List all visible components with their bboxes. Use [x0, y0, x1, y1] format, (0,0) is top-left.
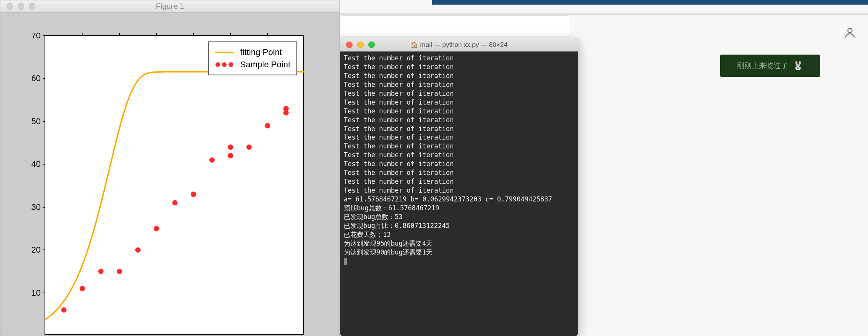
sample-point — [154, 226, 159, 231]
legend-line-swatch — [215, 52, 234, 53]
legend-row-fitting: fitting Point — [215, 46, 290, 58]
minimize-icon[interactable] — [357, 42, 364, 48]
chart-plot-area: fitting Point Sample Point 1020304050607… — [45, 35, 304, 335]
badge-text: 刚刚上来吃过了 — [737, 61, 788, 71]
close-icon[interactable] — [7, 3, 13, 10]
figure-traffic-lights — [0, 3, 35, 10]
sample-point — [80, 286, 85, 291]
sample-point — [265, 123, 270, 128]
sample-point — [117, 269, 122, 274]
terminal-traffic-lights — [340, 42, 375, 48]
maximize-icon[interactable] — [29, 3, 35, 10]
sample-point — [98, 269, 104, 274]
rabbit-icon: 🐰 — [793, 61, 803, 71]
sample-point — [191, 191, 196, 197]
fitting-curve — [45, 72, 305, 319]
figure-title: Figure 1 — [156, 2, 184, 11]
legend-label: fitting Point — [240, 47, 282, 57]
terminal-cursor — [344, 258, 347, 265]
legend-dots-swatch — [215, 62, 234, 67]
svg-point-0 — [848, 28, 852, 33]
y-tick-label: 20 — [31, 245, 41, 255]
y-tick-label: 50 — [31, 116, 41, 126]
chart-legend: fitting Point Sample Point — [208, 42, 297, 75]
sample-point — [246, 145, 252, 150]
terminal-window[interactable]: 🏠 mali — python xx.py — 80×24 Test the n… — [340, 38, 578, 336]
figure-window[interactable]: Figure 1 fitting Point Sample Point 1020… — [0, 0, 340, 336]
sample-point — [283, 106, 289, 111]
terminal-titlebar[interactable]: 🏠 mali — python xx.py — 80×24 — [340, 38, 578, 52]
sample-point — [135, 247, 141, 253]
y-tick-label: 70 — [31, 31, 41, 41]
y-tick-label: 40 — [31, 159, 41, 169]
legend-label: Sample Point — [240, 60, 290, 70]
bg-divider — [340, 13, 868, 15]
terminal-title-text: mali — python xx.py — 80×24 — [420, 41, 507, 49]
sample-point — [209, 157, 215, 163]
legend-row-sample: Sample Point — [215, 58, 290, 71]
sample-point — [172, 200, 178, 206]
notification-badge: 刚刚上来吃过了 🐰 — [720, 55, 820, 77]
home-icon: 🏠 — [411, 42, 418, 48]
y-tick-label: 60 — [31, 73, 41, 83]
sample-point — [228, 153, 233, 158]
terminal-body[interactable]: Test the number of iteration Test the nu… — [340, 52, 578, 268]
figure-canvas: fitting Point Sample Point 1020304050607… — [4, 16, 336, 332]
bg-top-accent — [432, 0, 868, 5]
terminal-title: 🏠 mali — python xx.py — 80×24 — [411, 41, 507, 49]
y-tick-label: 10 — [31, 288, 41, 298]
figure-titlebar[interactable]: Figure 1 — [0, 0, 340, 13]
sample-point — [228, 145, 233, 150]
browser-tab[interactable] — [340, 15, 570, 37]
y-tick-label: 30 — [31, 202, 41, 212]
chart-svg — [45, 36, 305, 336]
minimize-icon[interactable] — [18, 3, 24, 10]
sample-point — [61, 307, 66, 313]
close-icon[interactable] — [346, 42, 353, 48]
maximize-icon[interactable] — [368, 42, 375, 48]
profile-icon[interactable] — [843, 26, 856, 41]
